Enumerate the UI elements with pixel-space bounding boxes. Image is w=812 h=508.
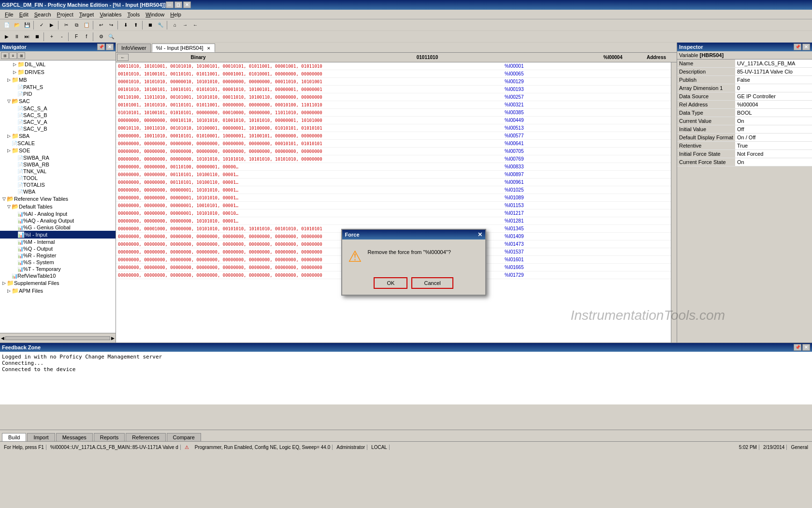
redo-btn[interactable]: ↪ — [106, 21, 116, 30]
stop2-btn[interactable]: ⏹ — [32, 32, 42, 41]
menu-help[interactable]: Help — [167, 11, 184, 18]
binary-scrollbar[interactable] — [671, 62, 677, 343]
dialog-close-btn[interactable]: ✕ — [478, 231, 482, 238]
tool4-btn[interactable]: 🔍 — [106, 32, 116, 41]
tree-item-q[interactable]: 📊 %Q - Output — [0, 245, 116, 252]
tree-item-drives[interactable]: ▷ 📁 DRIVES — [0, 68, 116, 76]
dialog-ok-button[interactable]: OK — [374, 277, 407, 289]
copy-btn[interactable]: ⧉ — [72, 21, 81, 30]
navigator-close-btn[interactable]: ✕ — [106, 44, 114, 50]
bottom-tab-import[interactable]: Import — [27, 433, 55, 441]
tree-item-s[interactable]: 📊 %S - System — [0, 259, 116, 266]
menu-edit[interactable]: Edit — [16, 11, 31, 18]
tree-item-aq[interactable]: 📊 %AQ - Analog Output — [0, 217, 116, 224]
save-btn[interactable]: 💾 — [22, 21, 32, 30]
tree-item-sac[interactable]: ▽ 📂 SAC — [0, 97, 116, 105]
tree-item-sac-v-a[interactable]: 📄 SAC_V_A — [0, 119, 116, 125]
tree-item-t[interactable]: 📊 %T - Temporary — [0, 266, 116, 272]
upload-btn[interactable]: ⬆ — [131, 21, 141, 30]
tab-input[interactable]: %I - Input [HBR504] ✕ — [152, 44, 215, 52]
minimize-button[interactable]: ─ — [166, 1, 174, 8]
binary-row[interactable]: 00000000, 00000000, 00000001, 10101010, … — [116, 186, 671, 194]
tree-item-sba[interactable]: ▷ 📁 SBA — [0, 132, 116, 140]
tree-item-swba-ra[interactable]: 📄 SWBA_RA — [0, 154, 116, 161]
tree-item-ai[interactable]: 📊 %AI - Analog Input — [0, 210, 116, 217]
bottom-tab-compare[interactable]: Compare — [167, 433, 201, 441]
undo-btn[interactable]: ↩ — [96, 21, 106, 30]
add-btn[interactable]: + — [47, 32, 57, 41]
tree-item-tnk-val[interactable]: 📄 TNK_VAL — [0, 168, 116, 175]
binary-row[interactable]: 00000000, 00000000, 00000000, 00000000, … — [116, 140, 671, 148]
force2-btn[interactable]: f — [82, 32, 91, 41]
bottom-tab-messages[interactable]: Messages — [56, 433, 93, 441]
binary-row[interactable]: 00000000, 00000000, 00010110, 10101010, … — [116, 117, 671, 124]
menu-tools[interactable]: Tools — [124, 11, 143, 18]
tree-item-swba-rb[interactable]: 📄 SWBA_RB — [0, 161, 116, 168]
inspector-close-btn[interactable]: ✕ — [802, 44, 810, 50]
dialog-cancel-button[interactable]: Cancel — [411, 277, 453, 289]
binary-row[interactable]: 00000000, 00000000, 00000000, 00000000, … — [116, 148, 671, 155]
tab-info-viewer[interactable]: InfoViewer — [117, 44, 151, 52]
tree-item-default-tables[interactable]: ▽ 📂 Default Tables — [0, 203, 116, 210]
force-btn[interactable]: F — [72, 32, 81, 41]
menu-file[interactable]: File — [2, 11, 16, 18]
cut-btn[interactable]: ✂ — [61, 21, 71, 30]
tree-item-totalis[interactable]: 📄 TOTALIS — [0, 181, 116, 188]
tree-item-supplemental[interactable]: ▷ 📁 Supplemental Files — [0, 279, 116, 287]
tree-item-wba[interactable]: 📄 WBA — [0, 188, 116, 195]
binary-row[interactable]: 00000000, 00000000, 00110101, 10100110, … — [116, 171, 671, 179]
close-button[interactable]: ✕ — [183, 1, 191, 8]
nav-scrollbar-track[interactable] — [5, 336, 110, 340]
tool3-btn[interactable]: ⚙ — [96, 32, 106, 41]
binary-row[interactable]: 00011010, 10101001, 00101010, 10100101, … — [116, 62, 671, 70]
feedback-close-btn[interactable]: ✕ — [802, 344, 810, 351]
binary-row[interactable]: 00000000, 00000000, 00000000, 10101010, … — [116, 155, 671, 163]
tree-item-pid[interactable]: 📄 PID — [0, 90, 116, 97]
pause-btn[interactable]: ⏸ — [12, 32, 22, 41]
navigator-scroll-bar[interactable]: ◀ ▶ — [0, 333, 116, 343]
navigator-pin-btn[interactable]: 📌 — [97, 44, 105, 50]
home-btn[interactable]: ⌂ — [170, 21, 180, 30]
open-btn[interactable]: 📂 — [12, 21, 22, 30]
tree-item-path-s[interactable]: 📄 PATH_S — [0, 84, 116, 90]
tree-item-i-input[interactable]: 📊 %I - Input — [0, 231, 116, 239]
remove-btn[interactable]: - — [57, 32, 67, 41]
nav-list-btn[interactable]: ≡ — [9, 52, 17, 59]
start-monitor-btn[interactable]: ▶ — [2, 32, 12, 41]
tree-item-sac-s-b[interactable]: 📄 SAC_S_B — [0, 112, 116, 119]
nav-expand-btn[interactable]: ⊞ — [1, 52, 9, 59]
inspector-pin-btn[interactable]: 📌 — [794, 44, 801, 50]
tree-item-g[interactable]: 📊 %G - Genius Global — [0, 224, 116, 231]
menu-window[interactable]: Window — [143, 11, 167, 18]
binary-row[interactable]: 00001010, 10101010, 00000010, 10101010, … — [116, 78, 671, 86]
tree-item-sac-s-a[interactable]: 📄 SAC_S_A — [0, 105, 116, 112]
step-btn[interactable]: ⏭ — [22, 32, 32, 41]
nav-left-btn[interactable]: ← — [117, 54, 129, 61]
binary-row[interactable]: 00101010, 10100101, 00110101, 01011001, … — [116, 70, 671, 78]
debug-btn[interactable]: 🔧 — [156, 21, 165, 30]
title-bar-buttons[interactable]: ─ ◻ ✕ — [166, 1, 191, 8]
new-btn[interactable]: 📄 — [2, 21, 12, 30]
menu-search[interactable]: Search — [31, 11, 54, 18]
menu-target[interactable]: Target — [76, 11, 97, 18]
binary-row[interactable]: 00101001, 10101010, 00110101, 01011001, … — [116, 101, 671, 109]
tree-item-r[interactable]: 📊 %R - Register — [0, 252, 116, 259]
tree-item-dil-val[interactable]: ▷ 📁 DIL_VAL — [0, 60, 116, 68]
binary-row[interactable]: 00000000, 00000000, 00110100, 00000001, … — [116, 163, 671, 171]
binary-row[interactable]: 00101010, 10100101, 10010101, 01010101, … — [116, 86, 671, 93]
stop-btn[interactable]: ⏹ — [145, 21, 155, 30]
forward-btn[interactable]: → — [180, 21, 190, 30]
back-nav-btn[interactable]: ← — [190, 21, 200, 30]
tree-item-refviewtable10[interactable]: 📊 RefViewTable10 — [0, 272, 116, 279]
binary-row[interactable]: 00000000, 00000000, 00110101, 10100110, … — [116, 179, 671, 186]
bottom-tab-build[interactable]: Build — [2, 433, 26, 441]
tree-item-soe[interactable]: ▷ 📁 SOE — [0, 147, 116, 154]
tree-item-scale[interactable]: 📄 SCALE — [0, 140, 116, 147]
binary-row[interactable]: 00110100, 11011010, 00101001, 10101010, … — [116, 93, 671, 101]
paste-btn[interactable]: 📋 — [82, 21, 91, 30]
tree-item-sac-v-b[interactable]: 📄 SAC_V_B — [0, 125, 116, 132]
run-btn[interactable]: ▶ — [47, 21, 57, 30]
nav-scroll-right[interactable]: ▶ — [111, 336, 115, 341]
bottom-tab-reports[interactable]: Reports — [94, 433, 125, 441]
binary-row[interactable]: 01010101, 10100101, 01010101, 00000000, … — [116, 109, 671, 117]
